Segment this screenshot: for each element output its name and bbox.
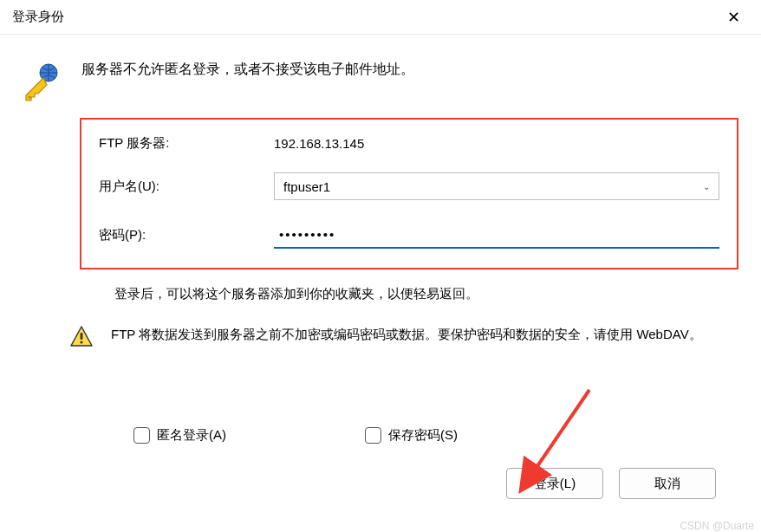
key-globe-icon — [21, 61, 62, 102]
anonymous-login-checkbox[interactable]: 匿名登录(A) — [133, 427, 226, 444]
chevron-down-icon: ⌄ — [703, 182, 710, 191]
svg-point-1 — [29, 96, 31, 99]
warning-text: FTP 将数据发送到服务器之前不加密或编码密码或数据。要保护密码和数据的安全，请… — [111, 323, 740, 346]
warning-icon — [69, 325, 94, 349]
svg-point-3 — [80, 341, 82, 343]
svg-rect-2 — [81, 333, 83, 340]
hint-text: 登录后，可以将这个服务器添加到你的收藏夹，以便轻易返回。 — [114, 283, 740, 304]
dialog-content: 服务器不允许匿名登录，或者不接受该电子邮件地址。 FTP 服务器: 192.16… — [0, 35, 761, 499]
watermark: CSDN @Duarte — [680, 520, 754, 532]
message-row: 服务器不允许匿名登录，或者不接受该电子邮件地址。 — [21, 59, 740, 102]
username-input[interactable] — [283, 179, 703, 194]
close-icon: ✕ — [727, 8, 740, 27]
password-row: 密码(P): — [99, 221, 719, 249]
username-row: 用户名(U): ⌄ — [99, 172, 719, 200]
save-password-checkbox[interactable]: 保存密码(S) — [365, 427, 458, 444]
highlighted-form-region: FTP 服务器: 192.168.13.145 用户名(U): ⌄ 密码(P): — [80, 118, 738, 269]
button-row: 登录(L) 取消 — [21, 468, 740, 499]
cancel-button[interactable]: 取消 — [619, 468, 716, 499]
close-button[interactable]: ✕ — [716, 2, 751, 33]
login-button[interactable]: 登录(L) — [506, 468, 603, 499]
main-message: 服务器不允许匿名登录，或者不接受该电子邮件地址。 — [81, 59, 740, 81]
save-password-label: 保存密码(S) — [388, 427, 458, 444]
checkbox-box — [133, 427, 150, 444]
password-label: 密码(P): — [99, 227, 274, 243]
checkbox-row: 匿名登录(A) 保存密码(S) — [133, 427, 740, 444]
username-combobox[interactable]: ⌄ — [274, 172, 719, 200]
server-label: FTP 服务器: — [99, 135, 274, 152]
window-title: 登录身份 — [12, 9, 64, 25]
server-row: FTP 服务器: 192.168.13.145 — [99, 135, 719, 152]
warning-row: FTP 将数据发送到服务器之前不加密或编码密码或数据。要保护密码和数据的安全，请… — [69, 323, 740, 349]
titlebar: 登录身份 ✕ — [0, 0, 761, 35]
password-input[interactable] — [274, 221, 719, 249]
server-value: 192.168.13.145 — [274, 136, 364, 151]
anonymous-login-label: 匿名登录(A) — [157, 427, 226, 444]
username-label: 用户名(U): — [99, 178, 274, 195]
checkbox-box — [365, 427, 381, 444]
